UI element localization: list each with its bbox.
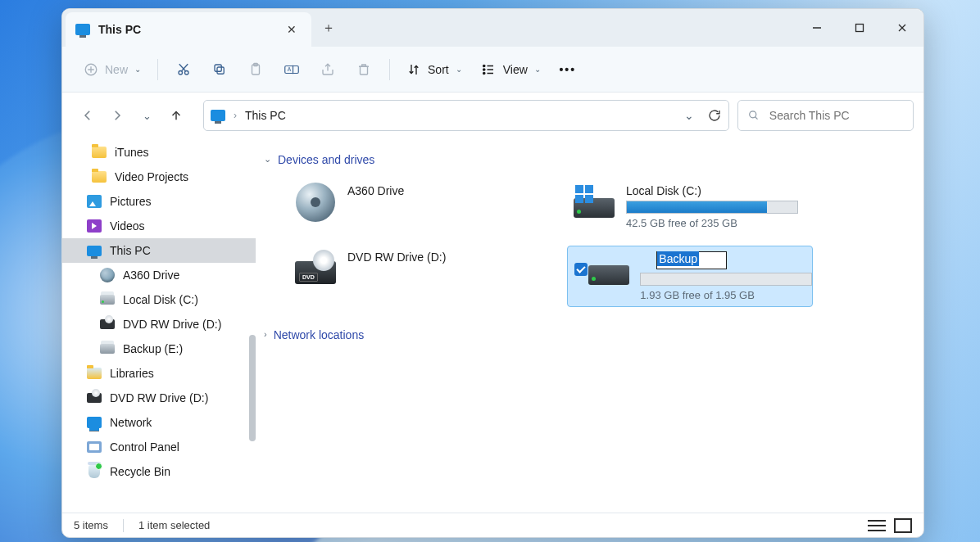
sidebar-item-dvd-d[interactable]: DVD RW Drive (D:) (62, 312, 256, 336)
rename-button[interactable]: A (276, 55, 307, 84)
sidebar-item-backup-e[interactable]: Backup (E:) (62, 336, 256, 361)
chevron-right-icon: › (264, 329, 267, 339)
svg-point-22 (483, 72, 484, 74)
sidebar-item-a360[interactable]: A360 Drive (62, 263, 256, 287)
refresh-icon[interactable] (707, 108, 722, 123)
drive-a360[interactable]: A360 Drive (288, 179, 534, 234)
close-tab-button[interactable]: ✕ (282, 20, 302, 39)
more-button[interactable]: ••• (552, 55, 583, 84)
status-selected: 1 item selected (138, 519, 210, 531)
chevron-down-icon: ⌄ (264, 154, 271, 165)
search-icon (748, 109, 760, 122)
sidebar-item-itunes[interactable]: iTunes (62, 140, 256, 165)
chevron-down-icon[interactable]: ⌄ (684, 109, 694, 122)
delete-button[interactable] (348, 55, 379, 84)
search-input[interactable] (769, 109, 903, 122)
svg-text:A: A (288, 66, 292, 72)
sidebar-scrollbar[interactable] (249, 335, 256, 441)
section-network[interactable]: › Network locations (264, 323, 909, 346)
forward-button[interactable] (103, 102, 131, 129)
svg-rect-12 (215, 65, 221, 71)
sidebar-item-libraries[interactable]: Libraries (62, 361, 256, 386)
svg-point-21 (483, 68, 484, 70)
sidebar-item-dvd-d-2[interactable]: DVD RW Drive (D:) (62, 386, 256, 410)
cut-button[interactable] (168, 55, 199, 84)
explorer-window: This PC ✕ ＋ New ⌄ A Sort ⌄ View (61, 8, 924, 538)
copy-button[interactable] (204, 55, 235, 84)
chevron-down-icon: ⌄ (534, 65, 541, 74)
tab-title: This PC (98, 23, 274, 36)
sidebar-item-video-projects[interactable]: Video Projects (62, 165, 256, 189)
sidebar-item-control-panel[interactable]: Control Panel (62, 435, 256, 459)
this-pc-icon (211, 110, 225, 121)
svg-rect-11 (217, 67, 224, 74)
drive-local-c[interactable]: Local Disk (C:) 42.5 GB free of 235 GB (567, 179, 813, 234)
navigation-row: ⌄ › This PC ⌄ (62, 93, 923, 138)
this-pc-icon (75, 24, 90, 35)
active-tab[interactable]: This PC ✕ (66, 12, 311, 47)
up-button[interactable] (162, 102, 190, 129)
details-view-button[interactable] (868, 518, 886, 533)
drive-backup-e[interactable]: Backup 1.93 GB free of 1.95 GB (567, 246, 813, 307)
view-button[interactable]: View ⌄ (474, 55, 547, 84)
share-button[interactable] (312, 55, 343, 84)
navigation-pane: iTunes Video Projects Pictures Videos Th… (62, 138, 256, 513)
new-button[interactable]: New ⌄ (77, 55, 147, 84)
maximize-button[interactable] (838, 9, 881, 47)
sidebar-item-pictures[interactable]: Pictures (62, 189, 256, 214)
dvd-icon (293, 251, 338, 287)
breadcrumb-item[interactable]: This PC (245, 109, 286, 122)
chevron-down-icon: ⌄ (456, 65, 462, 74)
storage-bar (626, 201, 798, 214)
svg-rect-19 (361, 66, 368, 75)
status-bar: 5 items 1 item selected (62, 513, 923, 537)
address-bar[interactable]: › This PC ⌄ (203, 100, 729, 131)
svg-point-7 (179, 70, 183, 75)
svg-point-8 (185, 70, 189, 75)
content-pane: ⌄ Devices and drives A360 Drive Local Di… (256, 138, 923, 513)
drive-dvd-d[interactable]: DVD RW Drive (D:) (288, 246, 534, 307)
sidebar-item-local-disk-c[interactable]: Local Disk (C:) (62, 287, 256, 312)
sidebar-item-this-pc[interactable]: This PC (62, 238, 256, 263)
status-count: 5 items (74, 519, 108, 531)
storage-bar (640, 273, 812, 286)
section-devices[interactable]: ⌄ Devices and drives (264, 148, 909, 171)
svg-line-27 (755, 117, 758, 120)
sidebar-item-recycle-bin[interactable]: Recycle Bin (62, 459, 256, 484)
checkbox-icon[interactable] (574, 263, 588, 276)
hdd-icon (588, 251, 630, 287)
chevron-right-icon: › (234, 110, 237, 121)
recent-locations-button[interactable]: ⌄ (133, 102, 161, 129)
back-button[interactable] (74, 102, 102, 129)
title-bar: This PC ✕ ＋ (62, 9, 923, 47)
paste-button[interactable] (240, 55, 271, 84)
sidebar-item-videos[interactable]: Videos (62, 214, 256, 238)
sort-button[interactable]: Sort ⌄ (400, 55, 469, 84)
chevron-down-icon: ⌄ (134, 65, 141, 74)
hdd-icon (572, 184, 616, 220)
search-box[interactable] (737, 100, 914, 131)
command-bar: New ⌄ A Sort ⌄ View ⌄ ••• (62, 47, 923, 93)
svg-rect-1 (856, 25, 864, 32)
sidebar-item-network[interactable]: Network (62, 410, 256, 435)
close-window-button[interactable] (881, 9, 923, 47)
svg-point-20 (483, 65, 484, 66)
a360-icon (293, 184, 338, 220)
new-tab-button[interactable]: ＋ (311, 9, 346, 47)
tiles-view-button[interactable] (894, 518, 912, 533)
rename-input[interactable]: Backup (656, 251, 727, 269)
svg-point-26 (750, 111, 756, 118)
minimize-button[interactable] (796, 9, 838, 47)
